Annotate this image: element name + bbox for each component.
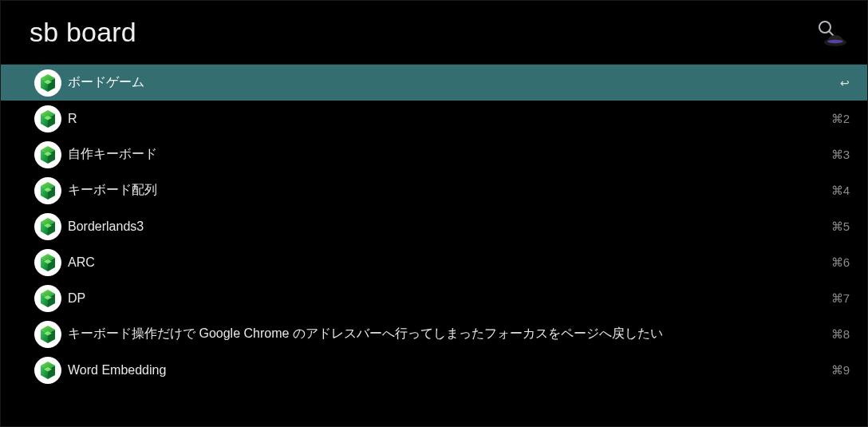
result-item[interactable]: キーボード配列⌘4 (1, 172, 867, 208)
scrapbox-icon (34, 357, 61, 384)
scrapbox-icon (34, 141, 61, 168)
shortcut-hint: ⌘8 (831, 327, 850, 342)
shortcut-hint: ⌘2 (831, 112, 850, 126)
scrapbox-icon (34, 321, 61, 348)
result-label: キーボード操作だけで Google Chrome のアドレスバーへ行ってしまった… (68, 326, 822, 342)
result-item[interactable]: 自作キーボード⌘3 (1, 136, 867, 172)
scrapbox-icon (34, 249, 61, 276)
result-item[interactable]: ARC⌘6 (1, 244, 867, 280)
search-input[interactable] (30, 17, 803, 48)
scrapbox-icon (34, 69, 61, 97)
result-label: キーボード配列 (68, 182, 822, 199)
shortcut-hint: ⌘9 (831, 363, 850, 378)
alfred-hat-icon (813, 15, 848, 50)
result-item[interactable]: R⌘2 (1, 101, 867, 136)
result-item[interactable]: Word Embedding⌘9 (1, 352, 867, 388)
svg-point-3 (827, 39, 843, 42)
result-label: Word Embedding (68, 363, 822, 378)
shortcut-hint: ⌘6 (831, 255, 850, 270)
result-label: DP (68, 291, 822, 306)
results-list: ボードゲーム↩ R⌘2 自作キーボード⌘3 (1, 65, 867, 388)
result-item[interactable]: Borderlands3⌘5 (1, 208, 867, 244)
shortcut-hint: ⌘3 (831, 148, 850, 162)
scrapbox-icon (34, 177, 61, 204)
result-label: R (68, 112, 822, 126)
result-label: 自作キーボード (68, 146, 822, 163)
result-item[interactable]: キーボード操作だけで Google Chrome のアドレスバーへ行ってしまった… (1, 316, 867, 352)
shortcut-hint: ⌘5 (831, 219, 850, 234)
shortcut-hint: ⌘7 (831, 291, 850, 306)
result-item[interactable]: DP⌘7 (1, 280, 867, 316)
enter-key-hint: ↩ (840, 77, 850, 89)
alfred-window: ボードゲーム↩ R⌘2 自作キーボード⌘3 (0, 0, 868, 427)
search-bar (1, 1, 867, 65)
result-label: ARC (68, 255, 822, 270)
scrapbox-icon (34, 213, 61, 240)
result-label: ボードゲーム (68, 74, 831, 91)
shortcut-hint: ⌘4 (831, 184, 850, 198)
svg-line-1 (829, 31, 834, 36)
scrapbox-icon (34, 285, 61, 312)
result-label: Borderlands3 (68, 219, 822, 234)
result-item[interactable]: ボードゲーム↩ (1, 65, 867, 101)
scrapbox-icon (34, 105, 61, 132)
